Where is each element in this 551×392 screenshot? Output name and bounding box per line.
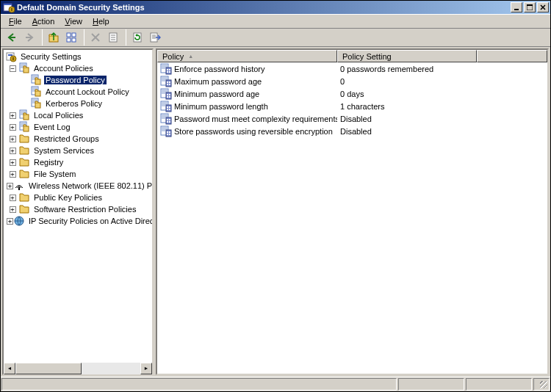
- list-row[interactable]: Minimum password age 0 days: [157, 87, 547, 100]
- tree-item-icon: [18, 203, 30, 215]
- svg-rect-49: [167, 96, 168, 98]
- close-button[interactable]: [537, 2, 549, 12]
- policy-setting: 0 days: [337, 90, 477, 98]
- svg-rect-8: [67, 33, 71, 37]
- tree-item-icon: [18, 192, 30, 203]
- scroll-left-button[interactable]: ◄: [4, 363, 15, 374]
- tree-item[interactable]: + System Services: [4, 145, 152, 156]
- tree-expander[interactable]: +: [10, 148, 16, 154]
- tree-expander[interactable]: +: [7, 218, 13, 225]
- tree-expander[interactable]: +: [10, 112, 16, 119]
- svg-rect-28: [24, 115, 29, 120]
- toolbar-delete-button[interactable]: [87, 29, 104, 46]
- arrow-left-icon: [6, 32, 18, 43]
- svg-rect-64: [166, 130, 171, 137]
- policy-name: Minimum password length: [174, 102, 268, 111]
- scroll-right-button[interactable]: ►: [140, 363, 152, 374]
- svg-rect-52: [166, 105, 171, 112]
- tree-item[interactable]: + Restricted Groups: [4, 133, 152, 145]
- tree-item-icon: [18, 168, 30, 180]
- status-panel-2: [398, 378, 464, 391]
- svg-rect-50: [169, 96, 170, 98]
- minimize-button[interactable]: [511, 2, 522, 12]
- tree-item-label: Account Lockout Policy: [44, 87, 131, 96]
- tree-item[interactable]: + Software Restriction Policies: [4, 203, 152, 215]
- svg-rect-47: [167, 94, 168, 95]
- menu-help[interactable]: Help: [87, 15, 115, 27]
- list-row[interactable]: Store passwords using reversible encrypt…: [157, 125, 547, 137]
- svg-rect-16: [8, 54, 12, 56]
- svg-rect-46: [166, 92, 171, 99]
- policy-setting: 0 passwords remembered: [337, 65, 477, 73]
- tree-expander[interactable]: +: [10, 206, 16, 213]
- tree-item-icon: [13, 180, 25, 192]
- scroll-track[interactable]: [15, 363, 140, 374]
- list-row[interactable]: Enforce password history 0 passwords rem…: [157, 62, 547, 75]
- svg-rect-54: [169, 106, 170, 108]
- tree-item[interactable]: + Public Key Policies: [4, 192, 152, 203]
- toolbar-export-button[interactable]: [147, 29, 163, 46]
- toolbar-properties-button[interactable]: [63, 29, 79, 46]
- menu-view[interactable]: View: [60, 15, 87, 27]
- tree-expander[interactable]: +: [10, 136, 16, 142]
- menu-bar: File Action View Help: [1, 14, 550, 28]
- tree-expander[interactable]: +: [10, 195, 16, 201]
- policy-setting: 1 characters: [337, 102, 477, 111]
- toolbar-back-button[interactable]: [4, 29, 20, 46]
- policy-item-icon: [160, 126, 172, 137]
- grid-icon: [65, 32, 77, 43]
- tree-item-label: Local Policies: [32, 111, 84, 120]
- policy-setting: Disabled: [337, 115, 477, 123]
- scroll-thumb[interactable]: [15, 363, 82, 374]
- tree-item[interactable]: + Wireless Network (IEEE 802.11) Policie…: [4, 180, 152, 192]
- tree-item[interactable]: + Registry: [4, 156, 152, 168]
- column-header[interactable]: Policy Setting: [337, 50, 477, 62]
- svg-rect-22: [35, 79, 40, 84]
- tree-expander[interactable]: +: [10, 171, 16, 178]
- list-row[interactable]: Maximum password age 0: [157, 75, 547, 87]
- tree-item[interactable]: + IP Security Policies on Active Directo…: [4, 215, 152, 227]
- title-bar: Default Domain Security Settings: [1, 1, 550, 14]
- svg-rect-3: [11, 8, 12, 11]
- svg-rect-11: [72, 38, 76, 42]
- resize-grip[interactable]: [533, 378, 550, 391]
- tree-expander[interactable]: +: [10, 159, 16, 166]
- menu-action[interactable]: Action: [27, 15, 60, 27]
- tree-item-label: Wireless Network (IEEE 802.11) Policies: [27, 181, 152, 190]
- column-header[interactable]: Policy ▲: [157, 50, 337, 62]
- tree-item-icon: [5, 51, 17, 62]
- tree-item-label: Password Policy: [44, 76, 107, 84]
- maximize-button[interactable]: [524, 2, 536, 12]
- toolbar-refresh-button[interactable]: [129, 29, 145, 46]
- tree-item[interactable]: Kerberos Policy: [4, 98, 152, 109]
- tree-item[interactable]: + File System: [4, 168, 152, 180]
- policy-name: Minimum password age: [174, 90, 259, 98]
- list-row[interactable]: Password must meet complexity requiremen…: [157, 112, 547, 125]
- svg-rect-55: [167, 109, 168, 110]
- tree-item[interactable]: Password Policy: [4, 74, 152, 86]
- tree-item[interactable]: Account Lockout Policy: [4, 86, 152, 98]
- list-row[interactable]: Minimum password length 1 characters: [157, 100, 547, 112]
- tree-expander[interactable]: +: [10, 124, 16, 131]
- tree-item-label: Restricted Groups: [32, 134, 101, 143]
- tree-expander[interactable]: +: [7, 183, 13, 189]
- tree-expander[interactable]: −: [10, 65, 16, 72]
- toolbar-up-button[interactable]: [46, 29, 62, 46]
- toolbar-options-button[interactable]: [105, 29, 121, 46]
- policy-name: Password must meet complexity requiremen…: [174, 115, 337, 123]
- policy-item-icon: [160, 76, 172, 87]
- sheet-icon: [107, 32, 119, 43]
- svg-rect-67: [167, 134, 168, 135]
- tree-item[interactable]: − Account Policies: [4, 62, 152, 74]
- toolbar-forward-button[interactable]: [21, 29, 37, 46]
- svg-rect-18: [12, 57, 14, 60]
- tree[interactable]: Security Settings − Account Policies Pas…: [4, 50, 152, 362]
- tree-item[interactable]: + Event Log: [4, 121, 152, 133]
- tree-item-icon: [30, 86, 42, 98]
- tree-root[interactable]: Security Settings: [4, 51, 152, 62]
- tree-hscrollbar[interactable]: ◄ ►: [4, 362, 152, 374]
- svg-rect-20: [24, 68, 29, 73]
- menu-file[interactable]: File: [4, 15, 27, 27]
- tree-item-label: File System: [32, 170, 77, 178]
- tree-item[interactable]: + Local Policies: [4, 109, 152, 121]
